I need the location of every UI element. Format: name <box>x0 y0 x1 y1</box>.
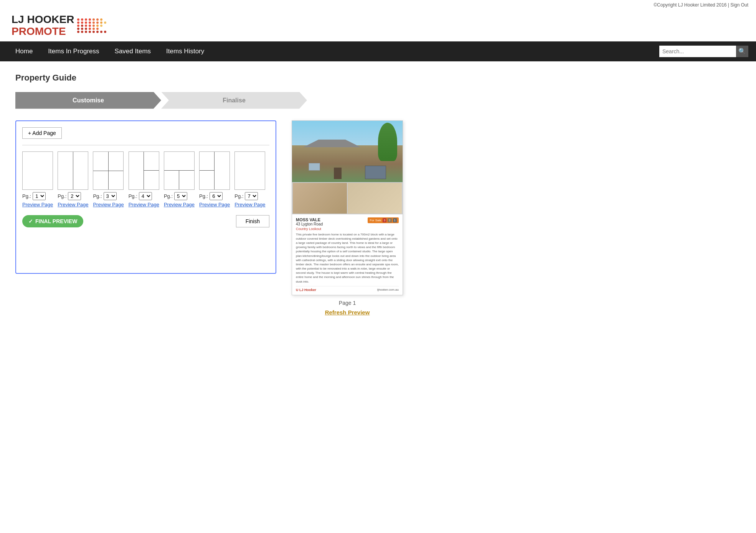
logo-lj: LJ HOOKER <box>12 13 74 25</box>
logo-dots-decoration <box>77 18 107 33</box>
page-1-thumb[interactable] <box>22 151 53 190</box>
page-2-select[interactable]: 1234567 <box>68 192 81 200</box>
interior-photo-1 <box>293 183 347 214</box>
panel-bottom-bar: ✓ FINAL PREVIEW Finish <box>22 215 269 227</box>
page-3-wrap: Pg.: 1234567 Preview Page <box>93 151 124 207</box>
final-preview-label: FINAL PREVIEW <box>35 218 77 224</box>
step-customise[interactable]: Customise <box>15 92 161 109</box>
hooker-logo: U LJ Hooker <box>296 288 316 292</box>
pg-label-7: Pg.: <box>234 193 243 199</box>
final-preview-button[interactable]: ✓ FINAL PREVIEW <box>22 215 83 227</box>
search-button[interactable]: 🔍 <box>736 46 748 57</box>
page-4-thumb[interactable] <box>129 151 159 190</box>
preview-page-7-link[interactable]: Preview Page <box>234 202 265 207</box>
page-5-wrap: Pg.: 1234567 Preview Page <box>164 151 195 207</box>
page-1-controls: Pg.: 1234567 <box>22 192 46 200</box>
preview-address: 43 Lygton Road <box>296 222 323 226</box>
page-3-controls: Pg.: 1234567 <box>93 192 116 200</box>
page-3-thumb[interactable] <box>93 151 124 190</box>
preview-page-5-link[interactable]: Preview Page <box>164 202 195 207</box>
page-6-controls: Pg.: 1234567 <box>199 192 223 200</box>
copyright-text: ©Copyright LJ Hooker Limited 2016 | Sign… <box>654 2 748 8</box>
pg-label-6: Pg.: <box>199 193 208 199</box>
page-5-thumb[interactable] <box>164 151 195 190</box>
preview-page-1-link[interactable]: Preview Page <box>22 202 53 207</box>
page-5-select[interactable]: 1234567 <box>174 192 187 200</box>
pg-label-2: Pg.: <box>58 193 66 199</box>
page-2-controls: Pg.: 1234567 <box>58 192 81 200</box>
preview-panel: MOSS VALE 43 Lygton Road Country Lookout… <box>292 120 403 316</box>
page-4-controls: Pg.: 1234567 <box>129 192 152 200</box>
pages-panel: + Add Page Pg.: 1234567 Preview Page <box>15 120 276 274</box>
preview-suburb: MOSS VALE <box>296 217 323 222</box>
preview-info: MOSS VALE 43 Lygton Road Country Lookout… <box>292 214 403 295</box>
pg-label-3: Pg.: <box>93 193 102 199</box>
page-1-wrap: Pg.: 1234567 Preview Page <box>22 151 53 207</box>
preview-footer: U LJ Hooker ljhooker.com.au <box>296 286 399 292</box>
for-sale-badge: For Sale <box>370 219 381 222</box>
page-3-select[interactable]: 1234567 <box>104 192 117 200</box>
nav-items-in-progress[interactable]: Items In Progress <box>40 41 107 61</box>
nav-saved-items[interactable]: Saved Items <box>107 41 159 61</box>
page-title: Property Guide <box>15 73 741 83</box>
step-finalise[interactable]: Finalise <box>161 92 307 109</box>
beds-icon: 3 <box>383 218 386 222</box>
pg-label-4: Pg.: <box>129 193 137 199</box>
preview-page-2-link[interactable]: Preview Page <box>58 202 88 207</box>
page-4-wrap: Pg.: 1234567 Preview Page <box>129 151 159 207</box>
pages-row: Pg.: 1234567 Preview Page Pg.: 1234567 <box>22 151 269 207</box>
search-input[interactable] <box>659 46 736 57</box>
interior-photo-2 <box>348 183 402 214</box>
stepper: Customise Finalise <box>15 92 307 109</box>
preview-interior-grid <box>292 182 403 214</box>
pg-label-1: Pg.: <box>22 193 31 199</box>
page-2-thumb[interactable] <box>58 151 88 190</box>
preview-page-4-link[interactable]: Preview Page <box>129 202 159 207</box>
page-7-select[interactable]: 1234567 <box>245 192 258 200</box>
add-page-button[interactable]: + Add Page <box>22 127 62 139</box>
page-7-thumb[interactable] <box>234 151 265 190</box>
page-6-thumb[interactable] <box>199 151 230 190</box>
nav-home[interactable]: Home <box>8 41 40 61</box>
page-7-wrap: Pg.: 1234567 Preview Page <box>234 151 265 207</box>
pg-label-5: Pg.: <box>164 193 173 199</box>
preview-page-3-link[interactable]: Preview Page <box>93 202 124 207</box>
finish-button[interactable]: Finish <box>236 215 269 227</box>
refresh-preview-button[interactable]: Refresh Preview <box>325 309 370 316</box>
page-6-wrap: Pg.: 1234567 Preview Page <box>199 151 230 207</box>
nav-items-history[interactable]: Items History <box>158 41 212 61</box>
main-layout: + Add Page Pg.: 1234567 Preview Page <box>15 120 741 316</box>
preview-card: MOSS VALE 43 Lygton Road Country Lookout… <box>292 120 403 295</box>
navigation-bar: Home Items In Progress Saved Items Items… <box>0 41 756 61</box>
preview-page-6-link[interactable]: Preview Page <box>199 202 230 207</box>
page-6-select[interactable]: 1234567 <box>210 192 223 200</box>
cars-icon: 1 <box>393 218 397 222</box>
preview-website: ljhooker.com.au <box>377 288 399 291</box>
preview-description: This private five bedroom home is locate… <box>296 232 399 284</box>
page-7-controls: Pg.: 1234567 <box>234 192 258 200</box>
baths-icon: 2 <box>388 218 391 222</box>
search-container: 🔍 <box>659 46 748 57</box>
page-5-controls: Pg.: 1234567 <box>164 192 187 200</box>
preview-main-image <box>292 121 403 182</box>
page-number: Page 1 <box>339 300 356 306</box>
preview-category: Country Lookout <box>296 227 323 231</box>
checkmark-icon: ✓ <box>28 218 33 224</box>
divider <box>22 145 269 145</box>
page-4-select[interactable]: 1234567 <box>139 192 152 200</box>
page-2-wrap: Pg.: 1234567 Preview Page <box>58 151 88 207</box>
logo-promote: PROMOTE <box>12 25 66 37</box>
page-1-select[interactable]: 1234567 <box>33 192 46 200</box>
